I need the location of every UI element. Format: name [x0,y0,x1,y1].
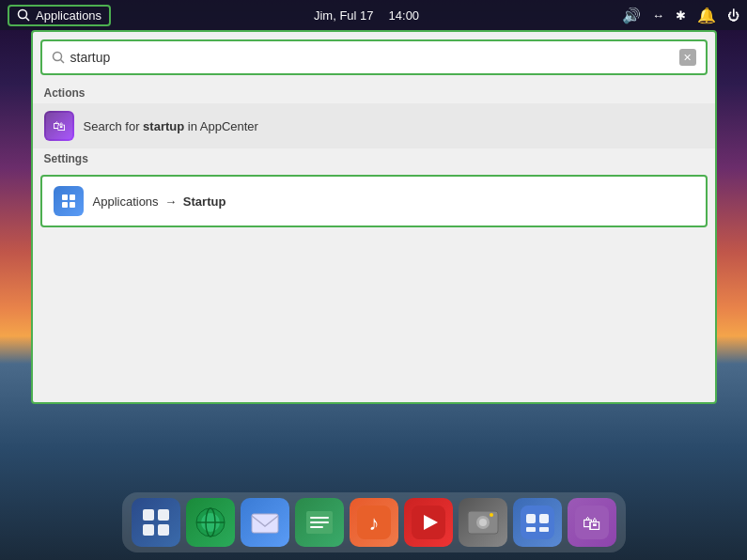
search-icon [17,8,30,22]
dock-item-mail[interactable] [241,498,289,547]
svg-rect-5 [70,194,75,200]
taskbar-time: 14:00 [389,8,420,23]
clear-icon: ✕ [683,52,692,64]
svg-rect-18 [310,517,329,519]
svg-rect-33 [539,527,549,532]
dock-item-browser[interactable] [186,498,235,547]
svg-rect-10 [143,524,154,536]
search-overlay: ✕ Actions 🛍 Search for startup in AppCen… [31,30,717,404]
svg-point-0 [19,10,27,19]
taskbar-left: Applications [8,5,111,26]
settings-icon-container [54,186,84,216]
svg-rect-20 [310,526,323,528]
taskbar: Applications Jim, Ful 17 14:00 🔊 ↔ ✱ 🔔 ⏻ [0,0,747,30]
svg-rect-7 [70,202,75,208]
taskbar-center: Jim, Ful 17 14:00 [314,8,419,23]
notifications-icon[interactable]: 🔔 [697,7,716,24]
video-icon [412,506,445,539]
startup-label: Startup [183,194,226,209]
svg-rect-4 [62,194,68,200]
power-icon[interactable]: ⏻ [727,8,739,23]
svg-point-28 [490,513,493,517]
photos-icon [466,506,500,539]
svg-text:🛍: 🛍 [583,513,601,534]
dock-item-music[interactable]: ♪ [350,498,398,547]
svg-line-1 [26,18,30,22]
appcenter-icon: 🛍 [44,111,74,141]
dock-item-multitasking[interactable] [132,498,180,547]
svg-point-2 [53,53,61,61]
dock-item-files[interactable] [295,498,344,547]
appcenter-icon-symbol: 🛍 [53,118,66,133]
svg-rect-16 [252,514,278,533]
appcenter-icon-graphic: 🛍 [44,111,74,141]
svg-rect-32 [526,527,536,532]
files-icon [303,506,336,539]
svg-rect-6 [62,202,68,208]
app-launcher-label: Applications [36,8,101,23]
mail-icon [248,506,282,539]
dock-item-video[interactable] [404,498,453,547]
search-clear-button[interactable]: ✕ [679,49,696,66]
startup-settings-icon [54,186,84,216]
music-icon: ♪ [357,506,391,539]
actions-section-label: Actions [33,83,715,103]
multitasking-icon [141,507,171,537]
svg-line-3 [60,60,64,64]
search-input[interactable] [70,50,674,65]
svg-point-27 [479,519,487,526]
arrow-separator: → [164,194,177,209]
settings-section-label: Settings [33,148,715,169]
bluetooth-icon[interactable]: ✱ [676,8,686,23]
svg-rect-30 [526,514,536,523]
search-bar-icon [52,51,65,64]
appcenter-dock-icon: 🛍 [575,506,609,539]
volume-icon[interactable]: 🔊 [622,7,641,24]
app-launcher-button[interactable]: Applications [8,5,111,26]
svg-text:♪: ♪ [368,511,379,535]
search-bar-container: ✕ [40,39,708,75]
browser-icon [194,506,227,539]
dock: ♪ 🛍 [122,492,626,552]
dock-item-photos[interactable] [459,498,507,547]
taskbar-date: Jim, Ful 17 [314,8,374,23]
appcenter-search-result[interactable]: 🛍 Search for startup in AppCenter [33,103,715,148]
svg-rect-8 [143,509,154,521]
svg-rect-31 [539,514,549,523]
taskbar-right: 🔊 ↔ ✱ 🔔 ⏻ [622,7,739,24]
system-settings-icon [521,506,554,539]
startup-settings-result[interactable]: Applications → Startup [40,175,708,227]
startup-settings-text: Applications → Startup [93,194,226,209]
appcenter-search-text: Search for startup in AppCenter [84,119,258,133]
svg-rect-29 [521,506,554,539]
svg-rect-11 [158,524,169,536]
dock-item-settings[interactable] [513,498,562,547]
svg-rect-9 [158,509,169,521]
dock-item-appcenter[interactable]: 🛍 [568,498,616,547]
network-icon[interactable]: ↔ [652,8,664,23]
svg-rect-19 [310,521,329,523]
search-bold-term: startup [143,119,184,133]
settings-gear-icon [60,193,77,210]
